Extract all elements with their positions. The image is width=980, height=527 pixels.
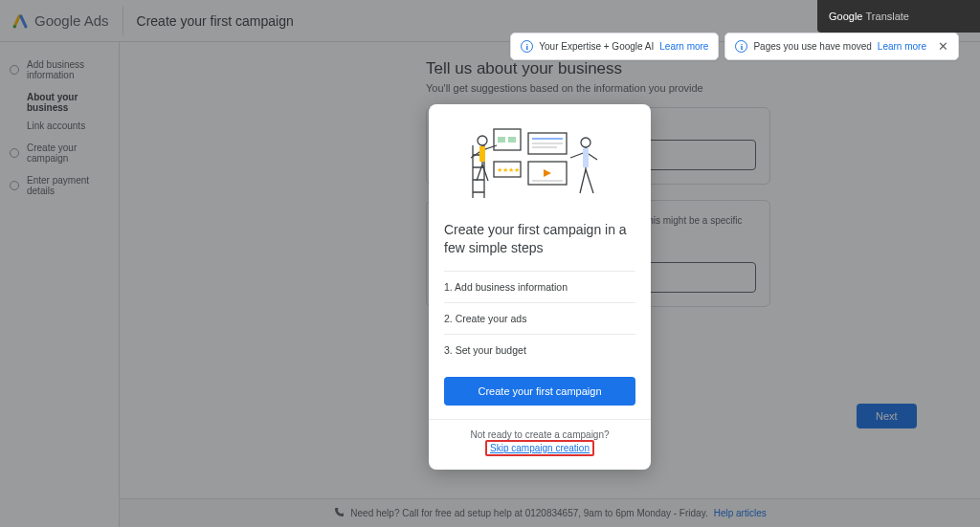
- google-translate-widget[interactable]: Google Translate: [817, 0, 980, 33]
- translate-translate-label: Translate: [866, 11, 909, 22]
- modal-step-1: 1. Add business information: [444, 271, 635, 302]
- svg-rect-3: [498, 137, 505, 143]
- modal-title: Create your first campaign in a few simp…: [444, 221, 635, 257]
- modal-footer-text: Not ready to create a campaign?: [470, 429, 609, 440]
- modal-footer: Not ready to create a campaign? Skip cam…: [429, 419, 651, 470]
- notice-learn-more-link[interactable]: Learn more: [878, 41, 926, 52]
- info-icon: i: [521, 40, 533, 53]
- onboarding-modal: ★★★★ Create your first campaign in a few…: [429, 104, 651, 470]
- svg-marker-12: [544, 169, 551, 177]
- close-icon[interactable]: ✕: [938, 39, 948, 54]
- create-campaign-button[interactable]: Create your first campaign: [444, 377, 635, 406]
- modal-illustration: ★★★★: [429, 104, 651, 209]
- info-icon: i: [735, 40, 747, 53]
- notice-pages-moved: i Pages you use have moved Learn more ✕: [724, 33, 959, 60]
- notice-learn-more-link[interactable]: Learn more: [659, 41, 708, 52]
- translate-google-label: Google: [829, 11, 862, 22]
- svg-point-1: [478, 136, 487, 145]
- svg-text:★★★★: ★★★★: [497, 166, 520, 173]
- notice-text: Your Expertise + Google AI: [539, 41, 654, 52]
- modal-step-3: 3. Set your budget: [444, 334, 635, 365]
- modal-step-2: 2. Create your ads: [444, 302, 635, 334]
- app-root: Google Ads Create your first campaign Ad…: [0, 0, 980, 527]
- notice-text: Pages you use have moved: [753, 41, 871, 52]
- notice-expertise: i Your Expertise + Google AI Learn more: [510, 33, 719, 60]
- svg-point-14: [581, 138, 590, 147]
- svg-rect-4: [508, 137, 516, 143]
- notification-bar: i Your Expertise + Google AI Learn more …: [510, 33, 959, 60]
- modal-body: Create your first campaign in a few simp…: [429, 209, 651, 419]
- skip-campaign-creation-link[interactable]: Skip campaign creation: [485, 440, 594, 456]
